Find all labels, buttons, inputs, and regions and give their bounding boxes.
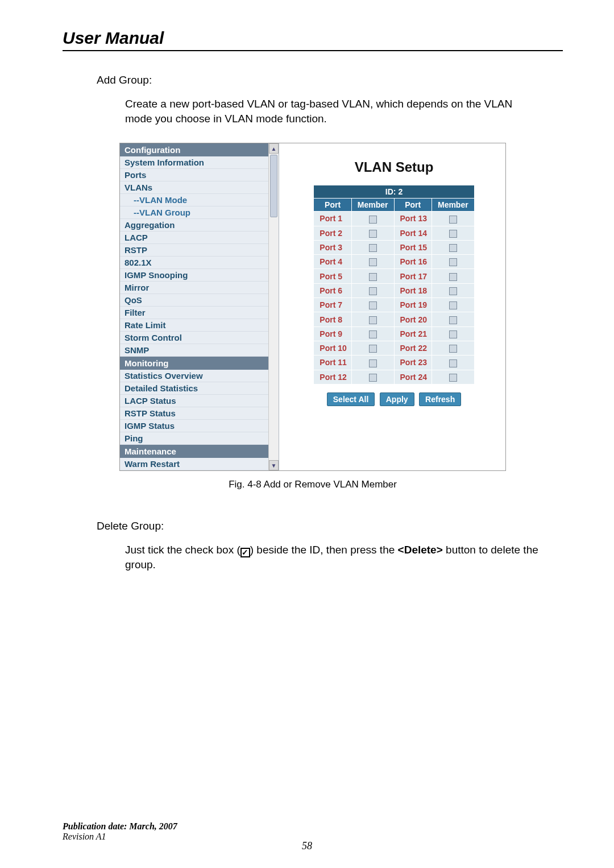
nav-system-information[interactable]: System Information bbox=[120, 156, 279, 169]
nav-rstp[interactable]: RSTP bbox=[120, 244, 279, 257]
nav-snmp[interactable]: SNMP bbox=[120, 344, 279, 357]
col-port-1: Port bbox=[314, 199, 351, 212]
nav-qos[interactable]: QoS bbox=[120, 294, 279, 307]
nav-mirror[interactable]: Mirror bbox=[120, 282, 279, 294]
refresh-button[interactable]: Refresh bbox=[419, 392, 461, 406]
nav-vlan-group[interactable]: --VLAN Group bbox=[120, 206, 279, 219]
member-checkbox[interactable] bbox=[449, 244, 457, 252]
nav-warm-restart[interactable]: Warm Restart bbox=[120, 458, 279, 470]
nav-rate-limit[interactable]: Rate Limit bbox=[120, 319, 279, 332]
nav-filter[interactable]: Filter bbox=[120, 307, 279, 319]
scroll-thumb[interactable] bbox=[270, 155, 277, 217]
member-checkbox[interactable] bbox=[449, 345, 457, 353]
scroll-down-icon[interactable]: ▼ bbox=[269, 460, 279, 470]
member-cell bbox=[351, 255, 394, 269]
member-checkbox[interactable] bbox=[369, 216, 377, 224]
page-title: User Manual bbox=[63, 28, 563, 48]
col-port-2: Port bbox=[394, 199, 432, 212]
port-label: Port 19 bbox=[394, 298, 432, 312]
port-label: Port 16 bbox=[394, 255, 432, 269]
nav-igmp-snooping[interactable]: IGMP Snooping bbox=[120, 269, 279, 282]
member-cell bbox=[351, 341, 394, 355]
member-checkbox[interactable] bbox=[449, 287, 457, 295]
nav-rstp-status[interactable]: RSTP Status bbox=[120, 407, 279, 420]
port-label: Port 14 bbox=[394, 226, 432, 240]
table-row: Port 2Port 14 bbox=[314, 226, 474, 240]
member-cell bbox=[432, 370, 474, 384]
member-cell bbox=[351, 212, 394, 226]
member-checkbox[interactable] bbox=[449, 374, 457, 382]
member-cell bbox=[351, 370, 394, 384]
member-checkbox[interactable] bbox=[449, 359, 457, 367]
nav-vlan-mode[interactable]: --VLAN Mode bbox=[120, 194, 279, 206]
member-checkbox[interactable] bbox=[369, 316, 377, 324]
nav-lacp-status[interactable]: LACP Status bbox=[120, 395, 279, 407]
scroll-up-icon[interactable]: ▲ bbox=[269, 143, 279, 154]
member-checkbox[interactable] bbox=[369, 374, 377, 382]
nav-statistics-overview[interactable]: Statistics Overview bbox=[120, 370, 279, 382]
member-checkbox[interactable] bbox=[449, 258, 457, 266]
member-checkbox[interactable] bbox=[449, 330, 457, 338]
member-checkbox[interactable] bbox=[369, 258, 377, 266]
member-checkbox[interactable] bbox=[369, 244, 377, 252]
nav-storm-control[interactable]: Storm Control bbox=[120, 332, 279, 344]
member-checkbox[interactable] bbox=[369, 345, 377, 353]
select-all-button[interactable]: Select All bbox=[327, 392, 375, 406]
port-label: Port 18 bbox=[394, 283, 432, 297]
nav-detailed-statistics[interactable]: Detailed Statistics bbox=[120, 382, 279, 395]
add-group-heading: Add Group: bbox=[97, 74, 563, 86]
port-label: Port 5 bbox=[314, 269, 351, 283]
member-cell bbox=[432, 226, 474, 240]
member-checkbox[interactable] bbox=[449, 316, 457, 324]
table-row: Port 10Port 22 bbox=[314, 341, 474, 355]
port-label: Port 20 bbox=[394, 312, 432, 326]
title-rule bbox=[63, 50, 563, 51]
member-cell bbox=[432, 356, 474, 370]
nav-aggregation[interactable]: Aggregation bbox=[120, 219, 279, 232]
nav-vlans[interactable]: VLANs bbox=[120, 181, 279, 194]
delete-group-body: Just tick the check box (✓) beside the I… bbox=[125, 543, 540, 572]
nav-header-monitoring: Monitoring bbox=[120, 357, 279, 370]
member-checkbox[interactable] bbox=[369, 273, 377, 281]
member-cell bbox=[432, 326, 474, 341]
nav-ports[interactable]: Ports bbox=[120, 169, 279, 181]
port-label: Port 11 bbox=[314, 356, 351, 370]
nav-lacp[interactable]: LACP bbox=[120, 232, 279, 244]
port-label: Port 15 bbox=[394, 240, 432, 254]
member-cell bbox=[432, 312, 474, 326]
delete-bold: <Delete> bbox=[398, 544, 443, 556]
nav-igmp-status[interactable]: IGMP Status bbox=[120, 420, 279, 432]
member-checkbox[interactable] bbox=[449, 216, 457, 224]
embedded-screenshot: Configuration System Information Ports V… bbox=[119, 143, 506, 471]
member-cell bbox=[432, 298, 474, 312]
member-checkbox[interactable] bbox=[449, 230, 457, 238]
member-checkbox[interactable] bbox=[369, 287, 377, 295]
member-checkbox[interactable] bbox=[449, 301, 457, 309]
port-label: Port 4 bbox=[314, 255, 351, 269]
nav-ping[interactable]: Ping bbox=[120, 432, 279, 445]
delete-text-pre: Just tick the check box ( bbox=[125, 544, 240, 556]
member-cell bbox=[351, 356, 394, 370]
table-row: Port 1Port 13 bbox=[314, 212, 474, 226]
member-checkbox[interactable] bbox=[369, 230, 377, 238]
table-row: Port 11Port 23 bbox=[314, 356, 474, 370]
member-checkbox[interactable] bbox=[369, 330, 377, 338]
table-row: Port 5Port 17 bbox=[314, 269, 474, 283]
nav-sidebar: Configuration System Information Ports V… bbox=[120, 143, 279, 470]
member-checkbox[interactable] bbox=[369, 301, 377, 309]
port-label: Port 13 bbox=[394, 212, 432, 226]
table-row: Port 3Port 15 bbox=[314, 240, 474, 254]
apply-button[interactable]: Apply bbox=[380, 392, 414, 406]
nav-header-maintenance: Maintenance bbox=[120, 445, 279, 458]
nav-scrollbar[interactable]: ▲ ▼ bbox=[268, 143, 279, 470]
member-cell bbox=[351, 240, 394, 254]
member-cell bbox=[351, 326, 394, 341]
delete-group-heading: Delete Group: bbox=[97, 520, 563, 532]
port-label: Port 12 bbox=[314, 370, 351, 384]
member-checkbox[interactable] bbox=[449, 273, 457, 281]
port-label: Port 23 bbox=[394, 356, 432, 370]
vlan-id-header: ID: 2 bbox=[314, 185, 474, 199]
member-checkbox[interactable] bbox=[369, 359, 377, 367]
nav-8021x[interactable]: 802.1X bbox=[120, 257, 279, 269]
member-cell bbox=[432, 283, 474, 297]
